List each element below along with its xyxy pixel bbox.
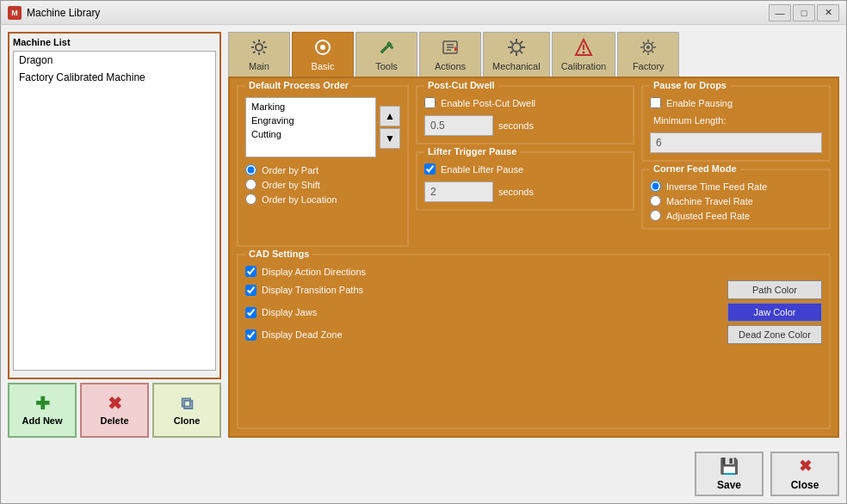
delete-button[interactable]: ✖ Delete (80, 383, 149, 438)
machine-travel-option[interactable]: Machine Travel Rate (650, 195, 822, 206)
order-by-location-option[interactable]: Order by Location (245, 194, 400, 205)
min-length-input[interactable] (650, 132, 822, 153)
display-dead-zone-label: Display Dead Zone (262, 329, 343, 340)
right-column: Pause for Drops Enable Pausing Minimum L… (641, 85, 831, 247)
machine-list-item[interactable]: Dragon (14, 52, 215, 69)
enable-post-cut-checkbox[interactable] (424, 97, 436, 108)
lifter-value-input[interactable] (424, 181, 493, 202)
calibration-tab-icon (574, 38, 593, 59)
order-by-shift-option[interactable]: Order by Shift (245, 179, 400, 190)
move-up-button[interactable]: ▲ (380, 106, 400, 126)
display-jaws-check[interactable]: Display Jaws (245, 307, 317, 318)
order-radio-group: Order by Part Order by Shift Order by Lo… (245, 164, 400, 205)
lifter-value-row: seconds (424, 181, 626, 202)
process-list[interactable]: Marking Engraving Cutting (245, 97, 376, 157)
tab-main-label: Main (249, 61, 269, 71)
corner-feed-mode-title: Corner Feed Mode (650, 163, 740, 174)
inverse-time-radio[interactable] (650, 181, 661, 192)
display-jaws-label: Display Jaws (262, 307, 317, 317)
process-item-marking[interactable]: Marking (248, 100, 374, 114)
tab-mechanical[interactable]: Mechanical (483, 32, 550, 77)
enable-pausing-check[interactable]: Enable Pausing (650, 97, 822, 108)
enable-lifter-checkbox[interactable] (424, 163, 436, 175)
right-panel: Main Basic Tools (228, 32, 839, 438)
factory-tab-icon (639, 38, 658, 59)
post-cut-dwell-title: Post-Cut Dwell (424, 80, 498, 90)
tab-actions[interactable]: Actions (419, 32, 481, 77)
post-cut-dwell-group: Post-Cut Dwell Enable Post-Cut Dwell sec… (416, 85, 634, 144)
tab-tools[interactable]: Tools (355, 32, 417, 77)
basic-tab-icon (313, 38, 332, 59)
cad-settings-group: CAD Settings Display Action Directions (237, 254, 831, 429)
adjusted-feed-option[interactable]: Adjusted Feed Rate (650, 210, 822, 221)
enable-lifter-check[interactable]: Enable Lifter Pause (424, 163, 626, 175)
clone-button[interactable]: ⧉ Clone (152, 383, 221, 438)
close-button[interactable]: ✕ (817, 4, 839, 22)
default-process-order-group: Default Process Order Marking Engraving … (237, 85, 409, 247)
maximize-button[interactable]: □ (793, 4, 815, 22)
display-dead-zone-checkbox[interactable] (245, 329, 257, 341)
display-transition-paths-checkbox[interactable] (245, 285, 257, 296)
order-by-part-radio[interactable] (245, 164, 257, 175)
machine-list-item[interactable]: Factory Calibrated Machine (14, 69, 215, 86)
min-length-row (650, 132, 822, 153)
tab-factory[interactable]: Factory (617, 32, 679, 77)
move-down-button[interactable]: ▼ (380, 128, 400, 149)
display-dead-zone-check[interactable]: Display Dead Zone (245, 329, 343, 341)
close-label: Close (791, 479, 819, 491)
machine-travel-label: Machine Travel Rate (666, 196, 753, 206)
dead-zone-color-button[interactable]: Dead Zone Color (727, 325, 822, 344)
close-button-bottom[interactable]: ✖ Close (770, 452, 839, 496)
tools-tab-icon (377, 38, 396, 59)
enable-post-cut-check[interactable]: Enable Post-Cut Dwell (424, 97, 626, 108)
display-action-directions-check[interactable]: Display Action Directions (245, 266, 366, 277)
pause-for-drops-title: Pause for Drops (650, 80, 730, 90)
middle-column: Post-Cut Dwell Enable Post-Cut Dwell sec… (416, 85, 634, 247)
svg-point-11 (646, 46, 650, 49)
tab-main[interactable]: Main (228, 32, 290, 77)
minimize-button[interactable]: — (769, 4, 791, 22)
cad-jaws-row: Display Jaws Jaw Color (245, 303, 822, 322)
machine-list-group: Machine List Dragon Factory Calibrated M… (8, 32, 221, 379)
add-new-button[interactable]: ✚ Add New (8, 383, 77, 438)
save-label: Save (717, 479, 741, 491)
svg-point-6 (512, 43, 521, 52)
order-by-shift-radio[interactable] (245, 179, 257, 190)
save-button[interactable]: 💾 Save (695, 452, 764, 496)
order-by-part-option[interactable]: Order by Part (245, 164, 400, 175)
adjusted-feed-label: Adjusted Feed Rate (666, 211, 750, 221)
tab-basic[interactable]: Basic (292, 32, 354, 77)
adjusted-feed-radio[interactable] (650, 210, 661, 221)
svg-point-9 (582, 52, 584, 54)
order-by-location-radio[interactable] (245, 194, 257, 205)
bottom-buttons: 💾 Save ✖ Close (1, 445, 846, 503)
process-item-cutting[interactable]: Cutting (248, 127, 374, 141)
display-action-directions-checkbox[interactable] (245, 266, 257, 277)
post-cut-value-input[interactable] (424, 115, 493, 136)
enable-pausing-checkbox[interactable] (650, 97, 661, 108)
window-controls: — □ ✕ (769, 4, 839, 22)
cad-dead-zone-row: Display Dead Zone Dead Zone Color (245, 325, 822, 344)
cad-check-rows: Display Action Directions Display Transi… (245, 266, 822, 344)
display-transition-paths-check[interactable]: Display Transition Paths (245, 285, 363, 296)
clone-label: Clone (174, 415, 201, 426)
enable-pausing-label: Enable Pausing (666, 98, 733, 108)
path-color-button[interactable]: Path Color (727, 280, 822, 299)
machine-list-box[interactable]: Dragon Factory Calibrated Machine (13, 51, 216, 371)
tab-calibration[interactable]: Calibration (552, 32, 616, 77)
main-content: Machine List Dragon Factory Calibrated M… (1, 25, 846, 445)
machine-list-label: Machine List (13, 37, 216, 47)
tab-bar: Main Basic Tools (228, 32, 839, 77)
min-length-label: Minimum Length: (653, 115, 822, 126)
default-process-order-title: Default Process Order (245, 80, 352, 90)
delete-icon: ✖ (108, 395, 122, 412)
machine-travel-radio[interactable] (650, 195, 661, 206)
inverse-time-option[interactable]: Inverse Time Feed Rate (650, 181, 822, 192)
tab-actions-label: Actions (435, 61, 466, 71)
jaw-color-button[interactable]: Jaw Color (727, 303, 822, 322)
enable-post-cut-label: Enable Post-Cut Dwell (441, 98, 535, 108)
top-content-row: Default Process Order Marking Engraving … (237, 85, 831, 247)
display-jaws-checkbox[interactable] (245, 307, 257, 318)
window-title: Machine Library (27, 7, 769, 19)
process-item-engraving[interactable]: Engraving (248, 114, 374, 127)
